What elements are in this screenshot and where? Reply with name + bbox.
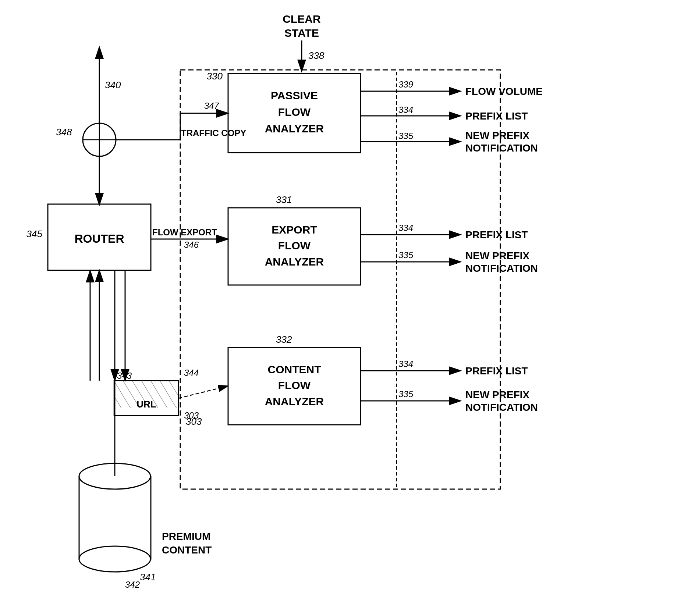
ref-348: 348 bbox=[56, 127, 72, 138]
content-prefix-label: PREFIX LIST bbox=[465, 365, 528, 377]
content-newprefix-label2: NOTIFICATION bbox=[465, 402, 538, 413]
ref-303-label: 303 bbox=[186, 416, 202, 427]
export-label1: EXPORT bbox=[272, 224, 317, 236]
passive-newprefix-label1: NEW PREFIX bbox=[465, 130, 530, 141]
content-label2: FLOW bbox=[278, 379, 311, 391]
passive-label1: PASSIVE bbox=[271, 89, 318, 102]
export-newprefix-label1: NEW PREFIX bbox=[465, 250, 530, 261]
passive-prefix-label: PREFIX LIST bbox=[465, 110, 528, 122]
ref-335b: 335 bbox=[398, 250, 414, 260]
content-label3: ANALYZER bbox=[265, 395, 324, 407]
ref-343: 343 bbox=[117, 371, 132, 381]
passive-label2: FLOW bbox=[278, 106, 311, 118]
ref-345: 345 bbox=[26, 228, 43, 239]
ref-334b: 334 bbox=[398, 223, 413, 233]
db-bottom-ellipse bbox=[79, 546, 150, 572]
ref-331: 331 bbox=[276, 194, 292, 205]
export-prefix-label: PREFIX LIST bbox=[465, 229, 528, 241]
flow-volume-label: FLOW VOLUME bbox=[465, 86, 543, 97]
premium-content-label1: PREMIUM bbox=[162, 531, 210, 542]
ref-330: 330 bbox=[207, 71, 223, 82]
router-label: ROUTER bbox=[74, 232, 124, 245]
premium-content-label2: CONTENT bbox=[162, 544, 212, 556]
ref-344: 344 bbox=[184, 368, 199, 378]
traffic-copy-label: TRAFFIC COPY bbox=[181, 128, 246, 138]
export-label3: ANALYZER bbox=[265, 256, 324, 268]
content-label1: CONTENT bbox=[268, 363, 321, 375]
ref-338-label: 338 bbox=[308, 50, 324, 61]
content-newprefix-label1: NEW PREFIX bbox=[465, 389, 530, 400]
ref-339: 339 bbox=[398, 79, 413, 89]
ref-340: 340 bbox=[105, 79, 121, 90]
url-label: URL bbox=[136, 399, 156, 410]
passive-label3: ANALYZER bbox=[265, 122, 324, 135]
export-label2: FLOW bbox=[278, 239, 311, 252]
export-newprefix-label2: NOTIFICATION bbox=[465, 263, 538, 274]
ref-334a: 334 bbox=[398, 105, 413, 115]
ref-335a: 335 bbox=[398, 131, 414, 141]
ref-346: 346 bbox=[184, 240, 199, 250]
url-box bbox=[114, 381, 178, 416]
ref-335c: 335 bbox=[398, 389, 414, 399]
flow-export-label: FLOW EXPORT bbox=[152, 227, 217, 237]
ref-347: 347 bbox=[204, 101, 220, 111]
passive-newprefix-label2: NOTIFICATION bbox=[465, 142, 538, 154]
ref-341: 341 bbox=[140, 572, 156, 583]
ref-332: 332 bbox=[276, 334, 292, 345]
ref-342: 342 bbox=[125, 580, 140, 590]
clear-state-line2: STATE bbox=[284, 27, 319, 39]
ref-334c: 334 bbox=[398, 359, 413, 369]
clear-state-line1: CLEAR bbox=[283, 13, 321, 25]
